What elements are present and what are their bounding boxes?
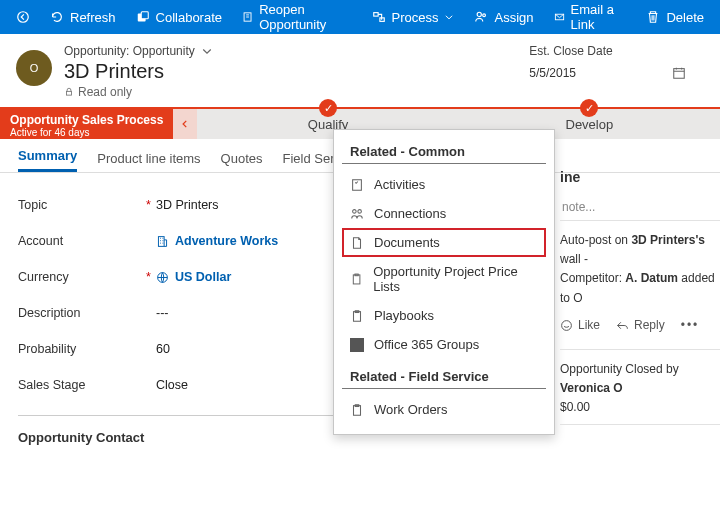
collaborate-button[interactable]: Collaborate xyxy=(126,0,233,34)
svg-rect-13 xyxy=(353,179,362,190)
stage-label: Develop xyxy=(566,117,614,132)
section-opportunity-contact: Opportunity Contact xyxy=(18,415,368,445)
topic-label: Topic xyxy=(18,198,138,212)
back-button[interactable] xyxy=(6,0,40,34)
svg-rect-4 xyxy=(373,13,377,17)
email-button[interactable]: Email a Link xyxy=(544,0,637,34)
svg-rect-10 xyxy=(674,69,685,79)
related-common-header: Related - Common xyxy=(342,144,546,164)
related-documents[interactable]: Documents xyxy=(342,228,546,257)
clipboard-icon xyxy=(350,272,363,286)
sales-stage-label: Sales Stage xyxy=(18,378,138,392)
record-header: O Opportunity: Opportunity 3D Printers R… xyxy=(0,34,720,107)
related-item-label: Activities xyxy=(374,177,425,192)
tab-quotes[interactable]: Quotes xyxy=(221,143,263,172)
svg-rect-18 xyxy=(354,311,361,321)
close-date-label: Est. Close Date xyxy=(529,44,686,58)
svg-point-14 xyxy=(353,209,357,213)
timeline-panel: ine note... Auto-post on 3D Printers's w… xyxy=(560,169,720,425)
check-icon: ✓ xyxy=(319,99,337,117)
related-item-label: Documents xyxy=(374,235,440,250)
related-field-service-header: Related - Field Service xyxy=(342,369,546,389)
lock-icon xyxy=(64,87,74,97)
check-icon: ✓ xyxy=(580,99,598,117)
related-item-label: Connections xyxy=(374,206,446,221)
connections-icon xyxy=(350,207,364,221)
reply-button[interactable]: Reply xyxy=(616,316,665,335)
reply-icon xyxy=(616,319,629,332)
svg-point-6 xyxy=(478,12,482,16)
documents-icon xyxy=(350,236,364,250)
smile-icon xyxy=(560,319,573,332)
related-item-label: Playbooks xyxy=(374,308,434,323)
amount-value: $0.00 xyxy=(560,400,590,414)
process-button[interactable]: Process xyxy=(362,0,465,34)
collaborate-label: Collaborate xyxy=(156,10,223,25)
related-connections[interactable]: Connections xyxy=(342,199,546,228)
calendar-icon[interactable] xyxy=(672,66,686,80)
delete-label: Delete xyxy=(666,10,704,25)
timeline-heading: ine xyxy=(560,169,720,185)
entity-breadcrumb[interactable]: Opportunity: Opportunity xyxy=(64,44,529,58)
related-office365-groups[interactable]: Office 365 Groups xyxy=(342,330,546,359)
chevron-down-icon xyxy=(201,45,213,57)
more-button[interactable]: ••• xyxy=(681,316,700,335)
currency-value: US Dollar xyxy=(175,270,231,284)
timeline-post: Opportunity Closed by Veronica O $0.00 xyxy=(560,350,720,425)
svg-point-7 xyxy=(483,14,486,17)
required-marker: * xyxy=(146,198,156,212)
form-body: Topic * 3D Printers Account Adventure Wo… xyxy=(0,173,720,459)
related-item-label: Opportunity Project Price Lists xyxy=(373,264,538,294)
email-label: Email a Link xyxy=(571,2,627,32)
svg-point-22 xyxy=(562,320,572,330)
description-label: Description xyxy=(18,306,138,320)
timeline-note-input[interactable]: note... xyxy=(560,195,720,221)
required-marker: * xyxy=(146,270,156,284)
globe-icon xyxy=(156,271,169,284)
assign-button[interactable]: Assign xyxy=(464,0,543,34)
delete-button[interactable]: Delete xyxy=(636,0,714,34)
process-label: Process xyxy=(392,10,439,25)
readonly-label: Read only xyxy=(78,85,132,99)
refresh-label: Refresh xyxy=(70,10,116,25)
svg-point-0 xyxy=(18,12,29,23)
account-label: Account xyxy=(18,234,138,248)
square-icon xyxy=(350,338,364,352)
related-price-lists[interactable]: Opportunity Project Price Lists xyxy=(342,257,546,301)
summary-form: Topic * 3D Printers Account Adventure Wo… xyxy=(18,187,368,445)
clipboard-icon xyxy=(350,309,364,323)
svg-point-15 xyxy=(358,209,362,213)
process-prev-button[interactable] xyxy=(173,109,197,139)
reopen-button[interactable]: Reopen Opportunity xyxy=(232,0,361,34)
refresh-button[interactable]: Refresh xyxy=(40,0,126,34)
process-title-block: Opportunity Sales Process Active for 46 … xyxy=(0,109,173,139)
account-value: Adventure Works xyxy=(175,234,278,248)
related-flyout: Related - Common Activities Connections … xyxy=(333,129,555,435)
entity-avatar: O xyxy=(16,50,52,86)
assign-label: Assign xyxy=(494,10,533,25)
like-button[interactable]: Like xyxy=(560,316,600,335)
currency-label: Currency xyxy=(18,270,138,284)
clipboard-icon xyxy=(350,403,364,417)
reopen-label: Reopen Opportunity xyxy=(259,2,351,32)
svg-rect-9 xyxy=(67,91,72,95)
svg-rect-16 xyxy=(353,275,360,284)
like-label: Like xyxy=(578,316,600,335)
svg-rect-2 xyxy=(141,12,148,19)
close-date-value[interactable]: 5/5/2015 xyxy=(529,66,576,80)
chevron-down-icon xyxy=(444,12,454,22)
probability-label: Probability xyxy=(18,342,138,356)
process-title: Opportunity Sales Process xyxy=(10,113,163,127)
reply-label: Reply xyxy=(634,316,665,335)
related-activities[interactable]: Activities xyxy=(342,170,546,199)
tab-product-line-items[interactable]: Product line items xyxy=(97,143,200,172)
process-subtitle: Active for 46 days xyxy=(10,127,163,139)
related-item-label: Work Orders xyxy=(374,402,447,417)
related-playbooks[interactable]: Playbooks xyxy=(342,301,546,330)
building-icon xyxy=(156,235,169,248)
svg-rect-20 xyxy=(354,405,361,415)
record-title: 3D Printers xyxy=(64,60,529,83)
related-work-orders[interactable]: Work Orders xyxy=(342,395,546,424)
command-bar: Refresh Collaborate Reopen Opportunity P… xyxy=(0,0,720,34)
tab-summary[interactable]: Summary xyxy=(18,140,77,172)
